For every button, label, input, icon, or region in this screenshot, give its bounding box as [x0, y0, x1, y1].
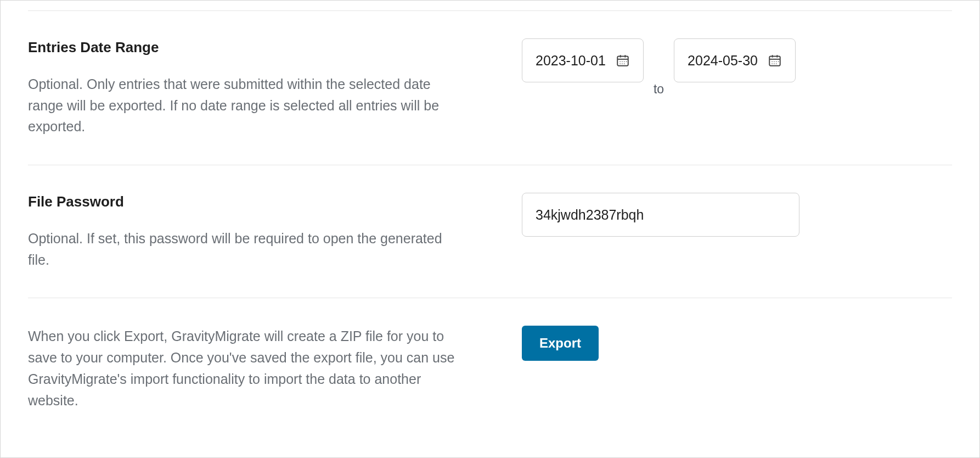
- export-button[interactable]: Export: [522, 326, 599, 361]
- svg-point-19: [771, 63, 773, 64]
- date-start-input[interactable]: 2023-10-01: [522, 38, 644, 82]
- svg-point-18: [778, 61, 779, 62]
- export-description: When you click Export, GravityMigrate wi…: [28, 326, 467, 411]
- svg-point-5: [622, 61, 623, 62]
- date-end-input[interactable]: 2024-05-30: [674, 38, 796, 82]
- settings-panel: Entries Date Range Optional. Only entrie…: [0, 0, 980, 458]
- file-password-title: File Password: [28, 193, 467, 211]
- svg-point-4: [619, 61, 621, 62]
- svg-point-15: [771, 61, 773, 62]
- row-date-range: Entries Date Range Optional. Only entrie…: [28, 10, 952, 165]
- file-password-input[interactable]: [522, 193, 799, 237]
- svg-point-17: [776, 61, 777, 62]
- date-range-separator: to: [654, 82, 664, 97]
- svg-point-9: [622, 63, 623, 64]
- svg-point-16: [774, 61, 775, 62]
- row-export: When you click Export, GravityMigrate wi…: [28, 298, 952, 411]
- file-password-input-wrap: [522, 193, 952, 270]
- svg-point-10: [624, 63, 625, 64]
- svg-rect-0: [617, 56, 628, 65]
- row-file-password: File Password Optional. If set, this pas…: [28, 165, 952, 298]
- date-end-value: 2024-05-30: [688, 53, 758, 69]
- svg-rect-11: [769, 56, 780, 65]
- svg-point-6: [624, 61, 625, 62]
- date-range-label-group: Entries Date Range Optional. Only entrie…: [28, 38, 522, 137]
- export-label-group: When you click Export, GravityMigrate wi…: [28, 326, 522, 411]
- calendar-icon: [616, 53, 630, 68]
- svg-point-21: [776, 63, 777, 64]
- file-password-description: Optional. If set, this password will be …: [28, 228, 467, 271]
- export-button-wrap: Export: [522, 326, 952, 411]
- date-range-title: Entries Date Range: [28, 38, 467, 57]
- date-start-value: 2023-10-01: [536, 53, 606, 69]
- svg-point-20: [774, 63, 775, 64]
- svg-point-7: [626, 61, 627, 62]
- calendar-icon: [768, 53, 782, 68]
- svg-point-8: [619, 63, 621, 64]
- date-range-inputs: 2023-10-01: [522, 38, 952, 137]
- file-password-label-group: File Password Optional. If set, this pas…: [28, 193, 522, 270]
- date-range-description: Optional. Only entries that were submitt…: [28, 74, 467, 137]
